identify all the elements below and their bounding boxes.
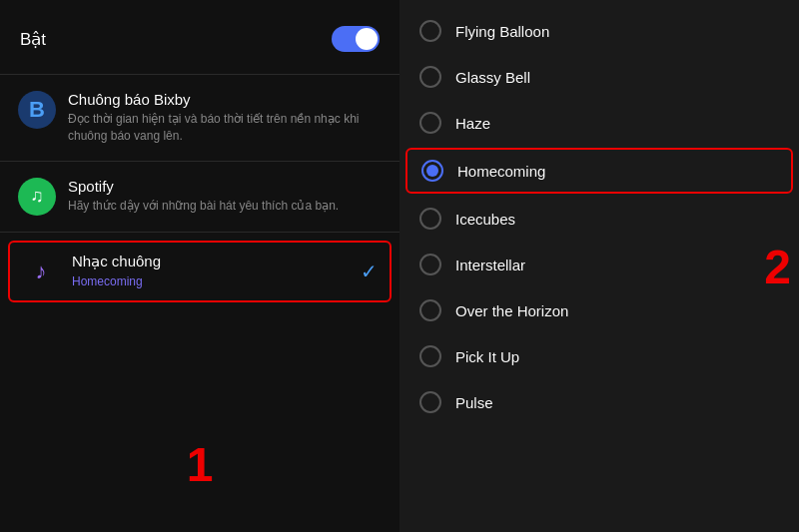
label-2: 2 [764, 239, 791, 293]
ringtone-subtitle: Homecoming [72, 273, 349, 290]
left-panel: Bật B Chuông báo Bixby Đọc thời gian hiệ… [0, 0, 400, 532]
music-icon: ♪ [22, 253, 60, 290]
ringtone-item-name: Over the Horizon [455, 302, 568, 319]
spotify-title: Spotify [68, 178, 382, 195]
spotify-icon: ♫ [18, 178, 56, 216]
bixby-subtitle: Đọc thời gian hiện tại và báo thời tiết … [68, 111, 382, 145]
ringtone-row[interactable]: ♪ Nhạc chuông Homecoming ✓ [8, 241, 392, 302]
spotify-subtitle: Hãy thức dậy với những bài hát yêu thích… [68, 198, 382, 215]
toggle-row: Bật [0, 12, 400, 66]
ringtone-item-name: Flying Balloon [455, 23, 549, 40]
ringtone-list-item[interactable]: Over the Horizon [400, 287, 799, 333]
radio-unselected [419, 391, 441, 413]
ringtone-list-item[interactable]: Haze [400, 100, 799, 146]
radio-unselected [419, 208, 441, 230]
divider-2 [0, 161, 400, 162]
ringtone-item-name: Interstellar [455, 257, 525, 273]
bixby-title: Chuông báo Bixby [68, 91, 382, 108]
radio-unselected [419, 254, 441, 275]
ringtone-item-name: Glassy Bell [455, 69, 530, 86]
ringtone-item-name: Homecoming [457, 163, 545, 180]
ringtone-list-item[interactable]: Pulse [400, 379, 799, 425]
radio-unselected [419, 66, 441, 88]
ringtone-text: Nhạc chuông Homecoming [72, 253, 349, 290]
bixby-text: Chuông báo Bixby Đọc thời gian hiện tại … [68, 91, 382, 145]
bixby-icon: B [18, 91, 56, 129]
ringtone-list-item[interactable]: Icecubes [400, 196, 799, 242]
ringtone-list-item[interactable]: Flying Balloon [400, 8, 799, 54]
homecoming-highlighted-row[interactable]: Homecoming [405, 148, 793, 194]
spotify-row[interactable]: ♫ Spotify Hãy thức dậy với những bài hát… [0, 166, 400, 228]
radio-unselected [419, 112, 441, 134]
divider-3 [0, 232, 400, 233]
checkmark-icon: ✓ [361, 260, 378, 283]
ringtone-item-name: Pulse [455, 394, 493, 411]
ringtone-title: Nhạc chuông [72, 253, 349, 270]
ringtone-item-name: Pick It Up [455, 348, 519, 365]
right-panel: Flying BalloonGlassy BellHazeHomecomingI… [400, 0, 799, 532]
label-1: 1 [187, 437, 214, 492]
radio-selected [421, 160, 443, 182]
ringtone-list: Flying BalloonGlassy BellHazeHomecomingI… [400, 8, 799, 425]
radio-unselected [419, 20, 441, 42]
bixby-row[interactable]: B Chuông báo Bixby Đọc thời gian hiện tạ… [0, 79, 400, 157]
toggle-label: Bật [20, 29, 46, 50]
toggle-switch[interactable] [332, 26, 380, 52]
spotify-text: Spotify Hãy thức dậy với những bài hát y… [68, 178, 382, 215]
radio-unselected [419, 299, 441, 321]
ringtone-list-item[interactable]: Interstellar [400, 242, 799, 287]
radio-unselected [419, 345, 441, 367]
divider-1 [0, 74, 400, 75]
ringtone-item-name: Haze [455, 115, 490, 132]
ringtone-item-name: Icecubes [455, 211, 515, 228]
ringtone-list-item[interactable]: Pick It Up [400, 333, 799, 379]
ringtone-list-item[interactable]: Glassy Bell [400, 54, 799, 100]
